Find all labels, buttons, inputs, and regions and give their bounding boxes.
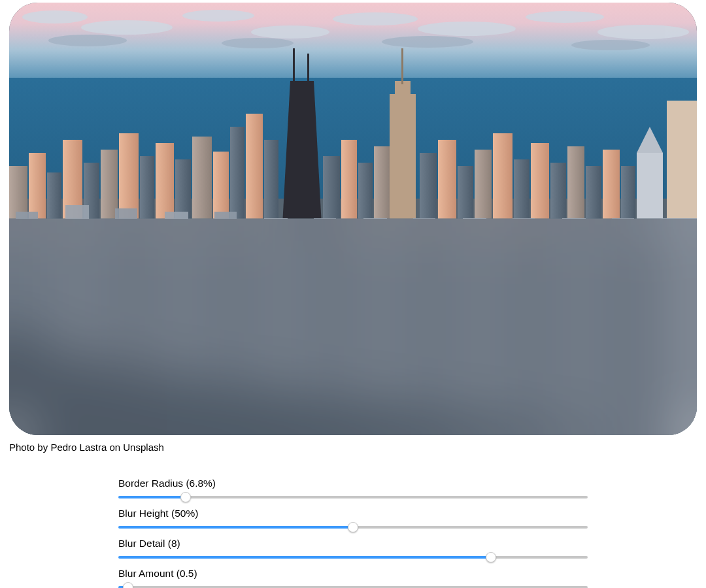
- control-blur-detail: Blur Detail (8): [118, 538, 588, 565]
- svg-point-5: [182, 10, 254, 22]
- controls-panel: Border Radius (6.8%) Blur Height (50%) B…: [118, 478, 588, 588]
- svg-point-13: [382, 36, 473, 48]
- border-radius-slider[interactable]: [118, 496, 588, 498]
- blur-detail-slider[interactable]: [118, 556, 588, 559]
- svg-rect-31: [293, 48, 295, 84]
- control-border-radius: Border Radius (6.8%): [118, 478, 588, 505]
- blur-amount-label: Blur Amount (0.5): [118, 568, 588, 580]
- image-preview: [9, 3, 697, 435]
- blur-overlay: [9, 219, 697, 435]
- control-blur-height: Blur Height (50%): [118, 508, 588, 535]
- svg-point-4: [81, 20, 173, 35]
- svg-point-8: [418, 22, 516, 36]
- svg-point-7: [333, 12, 418, 25]
- svg-point-6: [251, 25, 329, 39]
- svg-point-12: [222, 38, 294, 48]
- svg-point-3: [22, 10, 88, 24]
- svg-point-11: [48, 35, 127, 46]
- control-blur-amount: Blur Amount (0.5): [118, 568, 588, 588]
- svg-point-14: [571, 40, 650, 50]
- blur-height-label: Blur Height (50%): [118, 508, 588, 519]
- svg-rect-39: [401, 48, 403, 84]
- svg-point-9: [526, 11, 604, 23]
- svg-rect-32: [307, 54, 309, 84]
- photo-caption: Photo by Pedro Lastra on Unsplash: [9, 442, 697, 453]
- blur-detail-label: Blur Detail (8): [118, 538, 588, 549]
- svg-point-10: [597, 25, 689, 39]
- border-radius-label: Border Radius (6.8%): [118, 478, 588, 489]
- blur-height-slider[interactable]: [118, 526, 588, 529]
